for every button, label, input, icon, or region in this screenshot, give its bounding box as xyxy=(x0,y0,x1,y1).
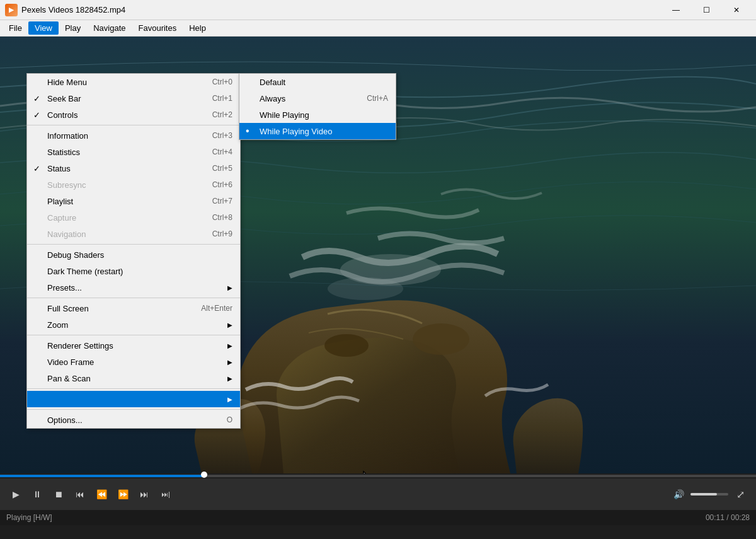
seek-bar-label: Seek Bar xyxy=(47,94,81,103)
volume-button[interactable]: 🔊 xyxy=(669,485,688,504)
options-shortcut: O xyxy=(227,415,232,424)
status-shortcut: Ctrl+5 xyxy=(212,164,232,173)
status-time: 00:11 / 00:28 xyxy=(706,513,750,522)
view-menu-dropdown: Hide Menu Ctrl+0 ✓ Seek Bar Ctrl+1 ✓ Con… xyxy=(26,73,241,429)
menu-item-zoom[interactable]: Zoom ▶ xyxy=(27,316,240,333)
submenu-item-while-playing-video[interactable]: • While Playing Video xyxy=(239,123,396,139)
always-shortcut: Ctrl+A xyxy=(367,94,388,103)
controls-shortcut: Ctrl+2 xyxy=(212,110,232,119)
svg-point-1 xyxy=(340,254,441,286)
subresync-label: Subresync xyxy=(47,180,86,190)
separator-1 xyxy=(27,125,240,125)
seek-handle[interactable] xyxy=(201,472,207,478)
presets-label: Presets... xyxy=(47,283,82,293)
menu-item-presets[interactable]: Presets... ▶ xyxy=(27,279,240,296)
zoom-label: Zoom xyxy=(47,320,68,330)
capture-label: Capture xyxy=(47,213,76,223)
submenu-item-while-playing[interactable]: While Playing xyxy=(239,107,396,123)
menu-item-seek-bar[interactable]: ✓ Seek Bar Ctrl+1 xyxy=(27,90,240,107)
navigation-label: Navigation xyxy=(47,229,86,239)
menu-item-information[interactable]: Information Ctrl+3 xyxy=(27,127,240,144)
fullscreen-label: Full Screen xyxy=(47,304,89,313)
capture-shortcut: Ctrl+8 xyxy=(212,213,232,222)
svg-point-2 xyxy=(328,277,403,300)
menu-view[interactable]: View xyxy=(28,21,59,35)
pan-scan-label: Pan & Scan xyxy=(47,374,91,383)
stop-button[interactable]: ⏹ xyxy=(49,485,68,504)
seek-bar[interactable] xyxy=(0,473,756,478)
maximize-button[interactable]: ☐ xyxy=(692,0,721,20)
menu-favourites[interactable]: Favourites xyxy=(132,21,183,35)
submenu-item-default[interactable]: Default xyxy=(239,74,396,90)
seek-track xyxy=(0,475,756,477)
seek-bar-check: ✓ xyxy=(33,94,40,103)
fullscreen-shortcut: Alt+Enter xyxy=(201,304,232,313)
ontop-submenu: Default Always Ctrl+A While Playing • Wh… xyxy=(239,73,396,140)
status-bar: Playing [H/W] 00:11 / 00:28 xyxy=(0,510,756,525)
menu-item-hide-menu[interactable]: Hide Menu Ctrl+0 xyxy=(27,74,240,90)
options-label: Options... xyxy=(47,415,83,425)
menu-item-on-top[interactable]: ▶ xyxy=(27,391,240,407)
menu-item-playlist[interactable]: Playlist Ctrl+7 xyxy=(27,193,240,209)
menu-item-subresync: Subresync Ctrl+6 xyxy=(27,177,240,193)
zoom-arrow: ▶ xyxy=(227,322,232,328)
renderer-arrow: ▶ xyxy=(227,342,232,349)
always-label: Always xyxy=(260,94,285,103)
title-bar: ▶ Pexels Videos 1828452.mp4 — ☐ ✕ xyxy=(0,0,756,20)
playlist-label: Playlist xyxy=(47,197,73,206)
pan-scan-arrow: ▶ xyxy=(227,375,232,382)
menu-item-debug-shaders[interactable]: Debug Shaders xyxy=(27,246,240,263)
separator-4 xyxy=(27,335,240,335)
renderer-settings-label: Renderer Settings xyxy=(47,341,113,351)
menu-item-options[interactable]: Options... O xyxy=(27,412,240,428)
separator-3 xyxy=(27,298,240,298)
statistics-shortcut: Ctrl+4 xyxy=(212,148,232,156)
seek-bar-shortcut: Ctrl+1 xyxy=(212,94,232,103)
menu-item-fullscreen[interactable]: Full Screen Alt+Enter xyxy=(27,300,240,316)
menu-item-pan-scan[interactable]: Pan & Scan ▶ xyxy=(27,370,240,386)
forward-button[interactable]: ⏩ xyxy=(113,485,132,504)
menu-item-navigation: Navigation Ctrl+9 xyxy=(27,226,240,242)
menu-item-dark-theme[interactable]: Dark Theme (restart) xyxy=(27,263,240,279)
prev-button[interactable]: ⏮ xyxy=(71,485,89,504)
menu-item-renderer-settings[interactable]: Renderer Settings ▶ xyxy=(27,337,240,354)
minimize-button[interactable]: — xyxy=(662,0,690,20)
status-check: ✓ xyxy=(33,164,40,173)
separator-5 xyxy=(27,388,240,389)
controls-check: ✓ xyxy=(33,110,40,120)
debug-shaders-label: Debug Shaders xyxy=(47,250,104,260)
app-icon: ▶ xyxy=(5,4,18,16)
default-label: Default xyxy=(260,78,285,87)
controls-label: Controls xyxy=(47,110,77,120)
video-frame-label: Video Frame xyxy=(47,357,94,367)
menu-item-controls[interactable]: ✓ Controls Ctrl+2 xyxy=(27,107,240,123)
video-area: Hide Menu Ctrl+0 ✓ Seek Bar Ctrl+1 ✓ Con… xyxy=(0,37,756,473)
svg-point-4 xyxy=(324,334,369,357)
menu-navigate[interactable]: Navigate xyxy=(87,21,132,35)
while-playing-label: While Playing xyxy=(260,110,309,120)
svg-point-3 xyxy=(413,323,469,355)
rewind-button[interactable]: ⏪ xyxy=(92,485,111,504)
submenu-item-always[interactable]: Always Ctrl+A xyxy=(239,90,396,107)
frame-step-button[interactable]: ⏭| xyxy=(156,485,175,504)
navigation-shortcut: Ctrl+9 xyxy=(212,229,232,238)
menu-item-status[interactable]: ✓ Status Ctrl+5 xyxy=(27,160,240,177)
pause-button[interactable]: ⏸ xyxy=(28,485,47,504)
fullscreen-toggle-button[interactable]: ⤢ xyxy=(731,485,750,504)
menu-item-capture: Capture Ctrl+8 xyxy=(27,209,240,226)
while-playing-video-label: While Playing Video xyxy=(260,127,332,136)
controls-bar: ▶ ⏸ ⏹ ⏮ ⏪ ⏩ ⏭ ⏭| 🔊 ⤢ xyxy=(0,478,756,510)
volume-slider[interactable] xyxy=(690,493,728,496)
menu-item-statistics[interactable]: Statistics Ctrl+4 xyxy=(27,144,240,160)
close-button[interactable]: ✕ xyxy=(722,0,751,20)
presets-arrow: ▶ xyxy=(227,284,232,291)
statistics-label: Statistics xyxy=(47,148,80,157)
on-top-arrow: ▶ xyxy=(227,396,232,403)
menu-help[interactable]: Help xyxy=(183,21,212,35)
play-button[interactable]: ▶ xyxy=(6,485,25,504)
menu-play[interactable]: Play xyxy=(59,21,87,35)
dark-theme-label: Dark Theme (restart) xyxy=(47,267,123,276)
menu-file[interactable]: File xyxy=(3,21,28,35)
menu-item-video-frame[interactable]: Video Frame ▶ xyxy=(27,354,240,370)
next-button[interactable]: ⏭ xyxy=(135,485,154,504)
